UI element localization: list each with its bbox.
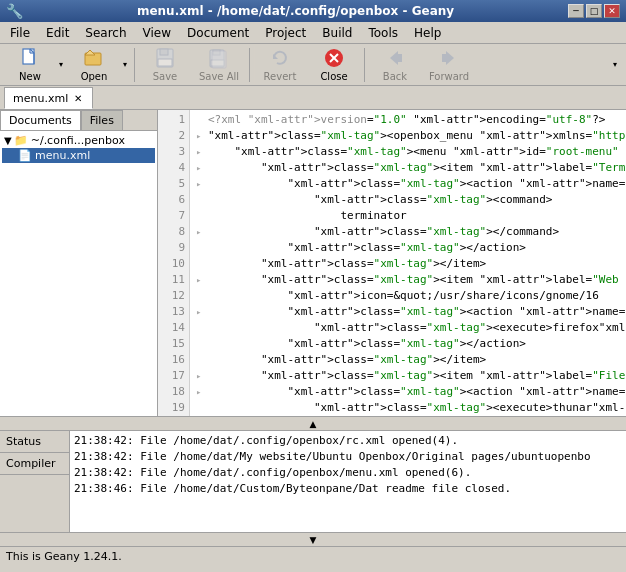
code-line: ▸ "xml-attr">class="xml-tag"><item "xml-… bbox=[196, 272, 620, 288]
sidebar-tab-files[interactable]: Files bbox=[81, 110, 123, 130]
back-button[interactable]: Back bbox=[369, 46, 421, 84]
new-icon bbox=[19, 47, 41, 69]
tab-close-icon[interactable]: ✕ bbox=[72, 92, 84, 104]
statusbar: This is Geany 1.24.1. bbox=[0, 546, 626, 566]
editor-tabs: menu.xml ✕ bbox=[0, 86, 626, 110]
save-all-icon bbox=[208, 47, 230, 69]
menu-tools[interactable]: Tools bbox=[360, 22, 406, 43]
close-icon bbox=[323, 47, 345, 69]
menu-edit[interactable]: Edit bbox=[38, 22, 77, 43]
close-button-label: Close bbox=[320, 71, 347, 82]
scroll-up-button[interactable]: ▲ bbox=[0, 417, 626, 431]
tree-arrow-icon: ▼ bbox=[4, 135, 12, 146]
open-icon bbox=[83, 47, 105, 69]
code-line: ▸"xml-attr">class="xml-tag"><openbox_men… bbox=[196, 128, 620, 144]
titlebar-icon: 🔧 bbox=[6, 3, 23, 19]
revert-button[interactable]: Revert bbox=[254, 46, 306, 84]
log-area[interactable]: 21:38:42: File /home/dat/.config/openbox… bbox=[70, 431, 626, 532]
status-tab[interactable]: Status bbox=[0, 431, 69, 453]
tree-item-openbox-dir[interactable]: ▼ 📁 ~/.confi...penbox bbox=[2, 133, 155, 148]
line-numbers: 1234567891011121314151617181920 bbox=[158, 110, 190, 416]
sidebar-tab-documents[interactable]: Documents bbox=[0, 110, 81, 130]
open-dropdown-arrow[interactable]: ▾ bbox=[120, 46, 130, 84]
new-toolbar-group: New ▾ bbox=[4, 46, 66, 84]
bottom-sidebar: Status Compiler bbox=[0, 431, 70, 532]
code-line: ▸ "xml-attr">class="xml-tag"><action "xm… bbox=[196, 304, 620, 320]
svg-marker-18 bbox=[446, 51, 454, 65]
save-all-button[interactable]: Save All bbox=[193, 46, 245, 84]
toolbar-sep-3 bbox=[364, 48, 365, 82]
back-button-label: Back bbox=[383, 71, 407, 82]
save-all-button-label: Save All bbox=[199, 71, 239, 82]
forward-button-label: Forward bbox=[429, 71, 469, 82]
menu-help[interactable]: Help bbox=[406, 22, 449, 43]
save-button[interactable]: Save bbox=[139, 46, 191, 84]
line-fold-marker: ▸ bbox=[196, 272, 208, 288]
code-line: "xml-attr">class="xml-tag"></action> bbox=[196, 240, 620, 256]
toolbar-sep-2 bbox=[249, 48, 250, 82]
tree-item-label: ~/.confi...penbox bbox=[31, 134, 125, 147]
titlebar-controls: ─ □ ✕ bbox=[568, 4, 620, 18]
menu-view[interactable]: View bbox=[135, 22, 179, 43]
menu-project[interactable]: Project bbox=[257, 22, 314, 43]
line-fold-marker: ▸ bbox=[196, 176, 208, 192]
code-line: "xml-attr">class="xml-tag"></item> bbox=[196, 256, 620, 272]
code-editor: 1234567891011121314151617181920 <?xml "x… bbox=[158, 110, 626, 416]
menu-document[interactable]: Document bbox=[179, 22, 257, 43]
forward-icon bbox=[438, 47, 460, 69]
code-line: "xml-attr">icon=&quot;/usr/share/icons/g… bbox=[196, 288, 620, 304]
log-entry: 21:38:42: File /home/dat/.config/openbox… bbox=[74, 433, 622, 449]
tree-item-menu-xml[interactable]: 📄 menu.xml bbox=[2, 148, 155, 163]
bottom-area: ▲ Status Compiler 21:38:42: File /home/d… bbox=[0, 416, 626, 546]
code-line: "xml-attr">class="xml-tag"></item> bbox=[196, 352, 620, 368]
forward-button[interactable]: Forward bbox=[423, 46, 475, 84]
bottom-content: Status Compiler 21:38:42: File /home/dat… bbox=[0, 431, 626, 532]
maximize-button[interactable]: □ bbox=[586, 4, 602, 18]
window-close-button[interactable]: ✕ bbox=[604, 4, 620, 18]
close-button[interactable]: Close bbox=[308, 46, 360, 84]
save-icon bbox=[154, 47, 176, 69]
revert-icon bbox=[269, 47, 291, 69]
menubar: File Edit Search View Document Project B… bbox=[0, 22, 626, 44]
code-line: "xml-attr">class="xml-tag"><command> bbox=[196, 192, 620, 208]
open-toolbar-group: Open ▾ bbox=[68, 46, 130, 84]
new-dropdown-arrow[interactable]: ▾ bbox=[56, 46, 66, 84]
file-icon: 📄 bbox=[18, 149, 32, 162]
svg-rect-11 bbox=[212, 51, 226, 68]
svg-rect-7 bbox=[158, 59, 172, 66]
titlebar: 🔧 menu.xml - /home/dat/.config/openbox -… bbox=[0, 0, 626, 22]
code-line: <?xml "xml-attr">version="1.0" "xml-attr… bbox=[196, 112, 620, 128]
new-button[interactable]: New bbox=[4, 46, 56, 84]
tab-menu-xml[interactable]: menu.xml ✕ bbox=[4, 87, 93, 109]
tree-item-menu-xml-label: menu.xml bbox=[35, 149, 90, 162]
compiler-tab[interactable]: Compiler bbox=[0, 453, 69, 475]
folder-icon: 📁 bbox=[14, 134, 28, 147]
sidebar: Documents Files ▼ 📁 ~/.confi...penbox 📄 … bbox=[0, 110, 158, 416]
tab-menu-xml-label: menu.xml bbox=[13, 92, 68, 105]
code-content[interactable]: <?xml "xml-attr">version="1.0" "xml-attr… bbox=[190, 110, 626, 416]
toolbar-overflow-arrow[interactable]: ▾ bbox=[608, 46, 622, 84]
svg-rect-19 bbox=[442, 54, 446, 62]
statusbar-text: This is Geany 1.24.1. bbox=[6, 550, 122, 563]
line-fold-marker: ▸ bbox=[196, 384, 208, 400]
svg-marker-16 bbox=[390, 51, 398, 65]
scroll-down-button[interactable]: ▼ bbox=[0, 532, 626, 546]
minimize-button[interactable]: ─ bbox=[568, 4, 584, 18]
save-button-label: Save bbox=[153, 71, 178, 82]
code-area[interactable]: 1234567891011121314151617181920 <?xml "x… bbox=[158, 110, 626, 416]
line-fold-marker: ▸ bbox=[196, 368, 208, 384]
code-line: "xml-attr">class="xml-tag"><execute>fire… bbox=[196, 320, 620, 336]
file-tree: ▼ 📁 ~/.confi...penbox 📄 menu.xml bbox=[0, 131, 157, 165]
open-button[interactable]: Open bbox=[68, 46, 120, 84]
menu-file[interactable]: File bbox=[2, 22, 38, 43]
log-entry: 21:38:42: File /home/dat/My website/Ubun… bbox=[74, 449, 622, 465]
titlebar-title: menu.xml - /home/dat/.config/openbox - G… bbox=[23, 4, 568, 18]
open-button-label: Open bbox=[81, 71, 108, 82]
code-line: "xml-attr">class="xml-tag"><execute>thun… bbox=[196, 400, 620, 416]
menu-build[interactable]: Build bbox=[314, 22, 360, 43]
menu-search[interactable]: Search bbox=[77, 22, 134, 43]
back-icon bbox=[384, 47, 406, 69]
revert-button-label: Revert bbox=[264, 71, 297, 82]
code-line: ▸ "xml-attr">class="xml-tag"><action "xm… bbox=[196, 176, 620, 192]
code-line: ▸ "xml-attr">class="xml-tag"><item "xml-… bbox=[196, 368, 620, 384]
